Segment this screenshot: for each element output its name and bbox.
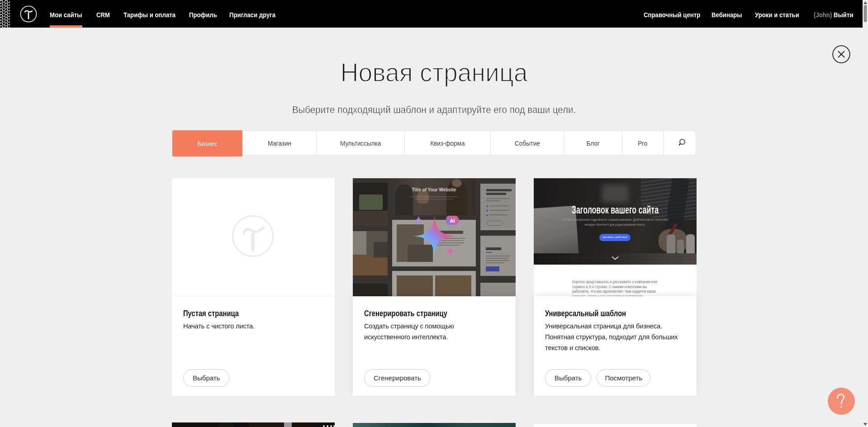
svg-text:AI: AI: [450, 218, 455, 223]
